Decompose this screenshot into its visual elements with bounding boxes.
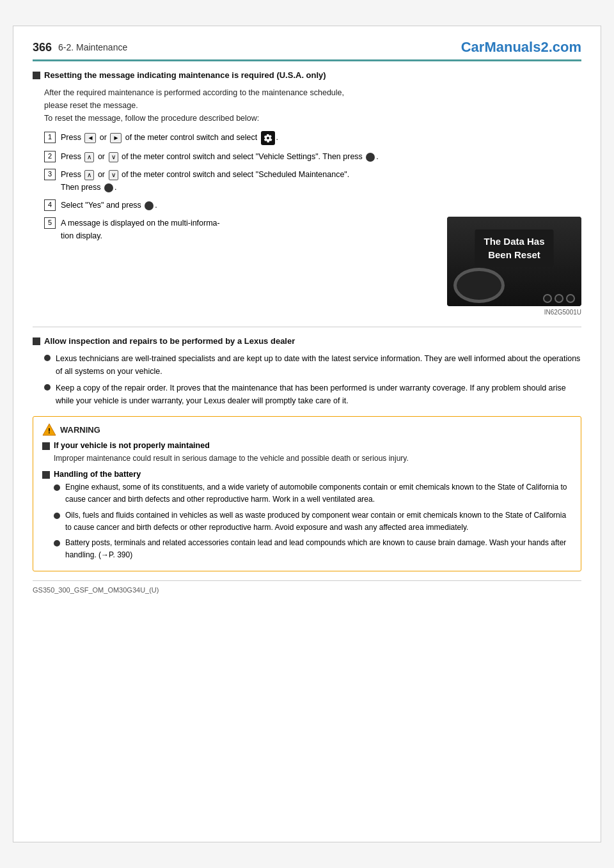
right-arrow-icon: ► xyxy=(110,133,122,143)
reset-line2: Been Reset xyxy=(484,248,544,261)
bullet-dot-icon-1 xyxy=(44,355,51,361)
control-knob-2 xyxy=(555,294,563,303)
divider-1 xyxy=(33,327,581,327)
warning-sq-1 xyxy=(42,442,50,450)
left-arrow-icon: ◄ xyxy=(84,133,96,143)
footer-label: GS350_300_GSF_OM_OM30G34U_(U) xyxy=(33,586,159,594)
step-3: 3 Press ∧ or ∨ of the meter control swit… xyxy=(44,168,581,194)
warning-title: WARNING xyxy=(60,425,100,435)
chapter-title: 6-2. Maintenance xyxy=(58,42,461,52)
section2-title: Allow inspection and repairs to be perfo… xyxy=(44,336,295,346)
section2-square-icon xyxy=(33,337,40,345)
intro-line2: please reset the message. xyxy=(44,99,581,112)
warning-battery-text-1: Engine exhaust, some of its constituents… xyxy=(65,481,572,506)
section1-intro: After the required maintenance is perfor… xyxy=(44,86,581,125)
section2: Allow inspection and repairs to be perfo… xyxy=(33,336,581,407)
page: 366 6-2. Maintenance CarManuals2.com Res… xyxy=(0,0,614,868)
reset-line1: The Data Has xyxy=(484,235,544,248)
warning-sq-2 xyxy=(42,471,50,479)
section1-header: Resetting the message indicating mainten… xyxy=(33,70,581,80)
settings-icon xyxy=(261,131,275,145)
section2-header: Allow inspection and repairs to be perfo… xyxy=(33,336,581,346)
dash-controls xyxy=(543,294,575,303)
warning-battery-bullet-3: Battery posts, terminals and related acc… xyxy=(54,537,572,561)
step-num-3: 3 xyxy=(44,169,56,180)
svg-text:!: ! xyxy=(48,426,51,435)
section-square-icon xyxy=(33,72,40,79)
step-2: 2 Press ∧ or ∨ of the meter control swit… xyxy=(44,150,581,163)
step-4-content: Select "Yes" and press . xyxy=(61,199,581,212)
warning-battery-bullet-1: Engine exhaust, some of its constituents… xyxy=(54,481,572,506)
step-5-text: A message is displayed on the multi-info… xyxy=(61,217,441,242)
up-arrow-icon: ∧ xyxy=(84,152,94,162)
down-arrow-icon-2: ∨ xyxy=(109,170,118,180)
site-watermark: CarManuals2.com xyxy=(461,39,581,56)
section2-bullet-1-text: Lexus technicians are well-trained speci… xyxy=(56,352,581,378)
section2-bullet-2-text: Keep a copy of the repair order. It prov… xyxy=(56,382,581,407)
warning-bullet-dot-2 xyxy=(54,513,60,519)
content-area: 366 6-2. Maintenance CarManuals2.com Res… xyxy=(13,26,601,842)
step-num-2: 2 xyxy=(44,151,56,162)
select-button-icon-3 xyxy=(145,201,154,210)
step-1: 1 Press ◄ or ► of the meter control swit… xyxy=(44,131,581,145)
select-button-icon xyxy=(366,153,375,162)
warning-battery-text-2: Oils, fuels and fluids contained in vehi… xyxy=(65,509,572,534)
gear-svg xyxy=(264,134,272,143)
bullet-dot-icon-2 xyxy=(44,384,51,391)
display-image-container: The Data Has Been Reset IN62G5001U xyxy=(447,217,581,318)
warning-battery-text-3: Battery posts, terminals and related acc… xyxy=(65,537,572,561)
control-knob-3 xyxy=(566,294,575,303)
step-num-4: 4 xyxy=(44,199,56,211)
step-4: 4 Select "Yes" and press . xyxy=(44,199,581,212)
intro-line1: After the required maintenance is perfor… xyxy=(44,86,581,99)
warning-sub2-title-text: Handling of the battery xyxy=(54,470,141,479)
section1-title: Resetting the message indicating mainten… xyxy=(44,70,326,80)
warning-header: ! WARNING xyxy=(42,423,572,436)
warning-triangle-icon: ! xyxy=(42,423,56,436)
warning-battery-bullet-2: Oils, fuels and fluids contained in vehi… xyxy=(54,509,572,534)
step-1-content: Press ◄ or ► of the meter control switch… xyxy=(61,131,581,145)
step-5: 5 A message is displayed on the multi-in… xyxy=(44,217,581,318)
control-knob-1 xyxy=(543,294,552,303)
warning-sub1-title: If your vehicle is not properly maintain… xyxy=(42,441,572,450)
step-2-content: Press ∧ or ∨ of the meter control switch… xyxy=(61,150,581,163)
footer-bar: GS350_300_GSF_OM_OM30G34U_(U) xyxy=(33,580,581,594)
steps-container: 1 Press ◄ or ► of the meter control swit… xyxy=(44,131,581,318)
warning-box: ! WARNING If your vehicle is not properl… xyxy=(33,416,581,571)
warning-sub2-title: Handling of the battery xyxy=(42,470,572,479)
warning-bullet-dot-3 xyxy=(54,540,60,546)
step-num-5: 5 xyxy=(44,217,56,229)
down-arrow-icon: ∨ xyxy=(109,152,118,162)
step-3-content: Press ∧ or ∨ of the meter control switch… xyxy=(61,168,581,194)
section2-bullet-1: Lexus technicians are well-trained speci… xyxy=(44,352,581,378)
reset-message-display: The Data Has Been Reset xyxy=(475,229,553,267)
warning-sub1-body: Improper maintenance could result in ser… xyxy=(54,453,572,465)
dash-bottom xyxy=(447,261,581,306)
warning-bullet-dot-1 xyxy=(54,484,60,491)
header-bar: 366 6-2. Maintenance CarManuals2.com xyxy=(33,39,581,61)
intro-line3: To reset the message, follow the procedu… xyxy=(44,112,581,125)
step-5-wrapper: A message is displayed on the multi-info… xyxy=(61,217,581,318)
step-num-1: 1 xyxy=(44,132,56,143)
page-number: 366 xyxy=(33,41,52,54)
steering-wheel xyxy=(453,268,505,303)
image-label: IN62G5001U xyxy=(447,307,581,318)
display-image-inner: The Data Has Been Reset xyxy=(447,217,581,306)
select-button-icon-2 xyxy=(104,183,113,192)
warning-sub1-title-text: If your vehicle is not properly maintain… xyxy=(54,441,210,450)
section2-bullet-2: Keep a copy of the repair order. It prov… xyxy=(44,382,581,407)
up-arrow-icon-2: ∧ xyxy=(84,170,94,180)
